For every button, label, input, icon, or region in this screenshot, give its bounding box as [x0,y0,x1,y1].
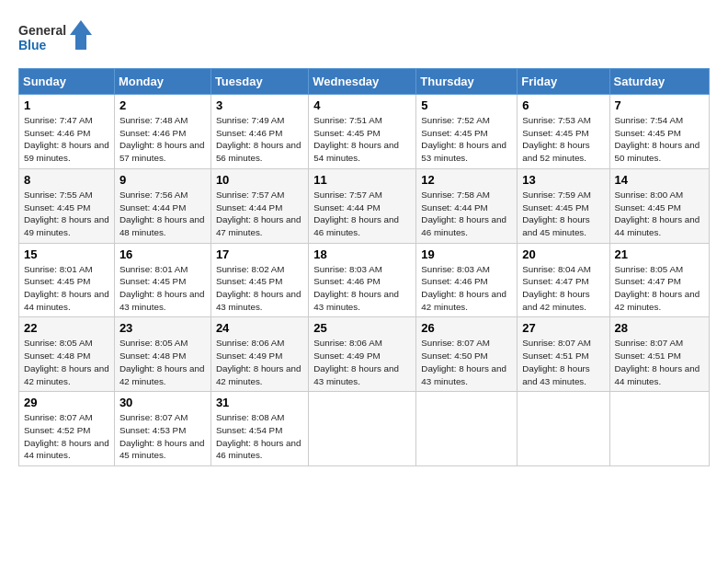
day-info: Sunrise: 8:08 AM Sunset: 4:54 PM Dayligh… [216,411,303,462]
day-number: 13 [522,173,604,187]
day-number: 10 [216,173,303,187]
day-number: 11 [313,173,411,187]
week-row-2: 8 Sunrise: 7:55 AM Sunset: 4:45 PM Dayli… [19,168,710,243]
day-info: Sunrise: 8:01 AM Sunset: 4:45 PM Dayligh… [119,263,206,314]
day-info: Sunrise: 8:03 AM Sunset: 4:46 PM Dayligh… [313,263,411,314]
day-cell: 19 Sunrise: 8:03 AM Sunset: 4:46 PM Dayl… [416,243,518,317]
day-info: Sunrise: 7:59 AM Sunset: 4:45 PM Dayligh… [522,189,604,239]
day-number: 23 [119,321,206,335]
col-header-monday: Monday [114,69,210,95]
day-info: Sunrise: 8:02 AM Sunset: 4:45 PM Dayligh… [216,263,303,314]
day-cell: 6 Sunrise: 7:53 AM Sunset: 4:45 PM Dayli… [518,95,609,169]
day-cell: 7 Sunrise: 7:54 AM Sunset: 4:45 PM Dayli… [609,95,709,169]
day-cell: 16 Sunrise: 8:01 AM Sunset: 4:45 PM Dayl… [114,243,210,317]
day-number: 3 [216,98,303,112]
day-info: Sunrise: 7:55 AM Sunset: 4:45 PM Dayligh… [24,189,109,239]
day-cell: 1 Sunrise: 7:47 AM Sunset: 4:46 PM Dayli… [19,95,115,169]
day-number: 17 [216,247,303,261]
week-row-3: 15 Sunrise: 8:01 AM Sunset: 4:45 PM Dayl… [19,243,710,317]
day-info: Sunrise: 7:57 AM Sunset: 4:44 PM Dayligh… [313,189,411,239]
day-cell: 8 Sunrise: 7:55 AM Sunset: 4:45 PM Dayli… [19,168,115,243]
svg-marker-2 [70,20,92,50]
day-info: Sunrise: 8:07 AM Sunset: 4:52 PM Dayligh… [24,411,109,462]
day-info: Sunrise: 7:49 AM Sunset: 4:46 PM Dayligh… [216,114,303,165]
day-number: 9 [119,173,206,187]
day-number: 7 [615,98,704,112]
day-cell: 3 Sunrise: 7:49 AM Sunset: 4:46 PM Dayli… [210,95,308,169]
day-cell: 25 Sunrise: 8:06 AM Sunset: 4:49 PM Dayl… [309,317,416,392]
day-info: Sunrise: 7:58 AM Sunset: 4:44 PM Dayligh… [421,189,512,239]
day-info: Sunrise: 8:07 AM Sunset: 4:51 PM Dayligh… [522,337,604,387]
logo: General Blue [18,18,92,59]
day-info: Sunrise: 8:06 AM Sunset: 4:49 PM Dayligh… [216,337,303,387]
day-info: Sunrise: 8:03 AM Sunset: 4:46 PM Dayligh… [421,263,512,314]
day-number: 16 [119,247,206,261]
day-info: Sunrise: 8:05 AM Sunset: 4:48 PM Dayligh… [24,337,109,387]
calendar-table: SundayMondayTuesdayWednesdayThursdayFrid… [18,68,710,466]
week-row-4: 22 Sunrise: 8:05 AM Sunset: 4:48 PM Dayl… [19,317,710,392]
day-cell: 2 Sunrise: 7:48 AM Sunset: 4:46 PM Dayli… [114,95,210,169]
day-cell: 26 Sunrise: 8:07 AM Sunset: 4:50 PM Dayl… [416,317,518,392]
day-number: 28 [615,321,704,335]
day-number: 27 [522,321,604,335]
day-cell: 23 Sunrise: 8:05 AM Sunset: 4:48 PM Dayl… [114,317,210,392]
day-number: 24 [216,321,303,335]
day-info: Sunrise: 8:04 AM Sunset: 4:47 PM Dayligh… [522,263,604,314]
day-number: 6 [522,98,604,112]
day-cell: 29 Sunrise: 8:07 AM Sunset: 4:52 PM Dayl… [19,392,115,466]
svg-text:General: General [18,23,66,38]
day-info: Sunrise: 8:05 AM Sunset: 4:48 PM Dayligh… [119,337,206,387]
day-cell: 31 Sunrise: 8:08 AM Sunset: 4:54 PM Dayl… [210,392,308,466]
day-number: 4 [313,98,411,112]
day-cell: 11 Sunrise: 7:57 AM Sunset: 4:44 PM Dayl… [309,168,416,243]
day-number: 20 [522,247,604,261]
day-number: 22 [24,321,109,335]
day-cell [309,392,416,466]
day-info: Sunrise: 8:05 AM Sunset: 4:47 PM Dayligh… [615,263,704,314]
day-number: 19 [421,247,512,261]
day-number: 18 [313,247,411,261]
col-header-wednesday: Wednesday [309,69,416,95]
day-cell: 4 Sunrise: 7:51 AM Sunset: 4:45 PM Dayli… [309,95,416,169]
day-number: 15 [24,247,109,261]
day-number: 14 [615,173,704,187]
col-header-friday: Friday [518,69,609,95]
day-info: Sunrise: 7:53 AM Sunset: 4:45 PM Dayligh… [522,114,604,165]
col-header-thursday: Thursday [416,69,518,95]
column-headers: SundayMondayTuesdayWednesdayThursdayFrid… [19,69,710,95]
day-number: 5 [421,98,512,112]
col-header-sunday: Sunday [19,69,115,95]
day-cell [609,392,709,466]
day-number: 21 [615,247,704,261]
col-header-saturday: Saturday [609,69,709,95]
day-info: Sunrise: 8:06 AM Sunset: 4:49 PM Dayligh… [313,337,411,387]
day-cell: 21 Sunrise: 8:05 AM Sunset: 4:47 PM Dayl… [609,243,709,317]
col-header-tuesday: Tuesday [210,69,308,95]
week-row-1: 1 Sunrise: 7:47 AM Sunset: 4:46 PM Dayli… [19,95,710,169]
page-header: General Blue [18,18,710,59]
logo-svg: General Blue [18,18,92,59]
day-number: 29 [24,396,109,409]
day-cell: 18 Sunrise: 8:03 AM Sunset: 4:46 PM Dayl… [309,243,416,317]
day-number: 30 [119,396,206,409]
day-cell [518,392,609,466]
day-number: 2 [119,98,206,112]
day-number: 8 [24,173,109,187]
day-cell: 14 Sunrise: 8:00 AM Sunset: 4:45 PM Dayl… [609,168,709,243]
day-info: Sunrise: 7:51 AM Sunset: 4:45 PM Dayligh… [313,114,411,165]
day-number: 1 [24,98,109,112]
week-row-5: 29 Sunrise: 8:07 AM Sunset: 4:52 PM Dayl… [19,392,710,466]
day-number: 31 [216,396,303,409]
day-cell: 22 Sunrise: 8:05 AM Sunset: 4:48 PM Dayl… [19,317,115,392]
day-info: Sunrise: 7:48 AM Sunset: 4:46 PM Dayligh… [119,114,206,165]
day-cell: 20 Sunrise: 8:04 AM Sunset: 4:47 PM Dayl… [518,243,609,317]
day-info: Sunrise: 7:56 AM Sunset: 4:44 PM Dayligh… [119,189,206,239]
day-cell: 12 Sunrise: 7:58 AM Sunset: 4:44 PM Dayl… [416,168,518,243]
day-cell: 13 Sunrise: 7:59 AM Sunset: 4:45 PM Dayl… [518,168,609,243]
day-info: Sunrise: 8:00 AM Sunset: 4:45 PM Dayligh… [615,189,704,239]
day-cell [416,392,518,466]
day-info: Sunrise: 7:57 AM Sunset: 4:44 PM Dayligh… [216,189,303,239]
day-number: 25 [313,321,411,335]
day-info: Sunrise: 8:07 AM Sunset: 4:50 PM Dayligh… [421,337,512,387]
day-info: Sunrise: 7:54 AM Sunset: 4:45 PM Dayligh… [615,114,704,165]
